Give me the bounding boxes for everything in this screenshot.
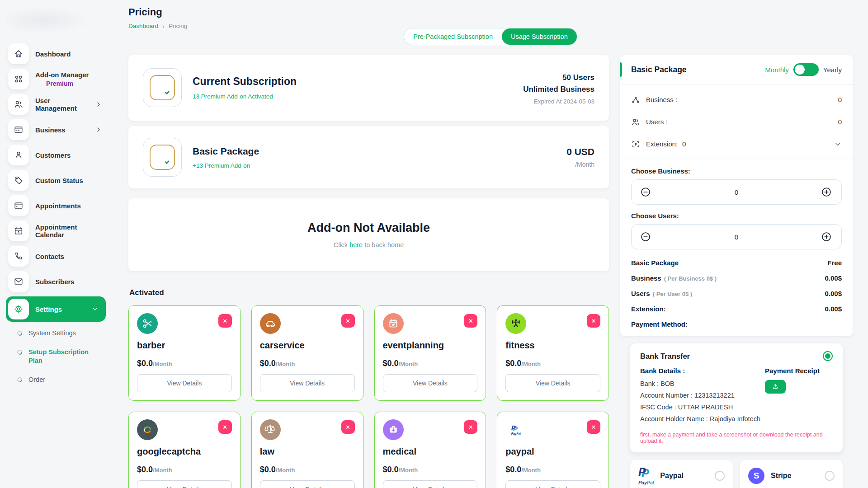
sidebar-item-tile bbox=[8, 221, 29, 241]
subscription-tabs-wrap: Pre-Packaged SubscriptionUsage Subscript… bbox=[128, 28, 853, 45]
remove-addon-button[interactable]: ✕ bbox=[218, 420, 232, 434]
team-icon bbox=[631, 117, 640, 127]
sidebar-item-label: Settings bbox=[35, 305, 62, 313]
eventplanning-icon bbox=[383, 313, 404, 334]
quantity-stepper: 0 bbox=[631, 224, 842, 249]
increment-button[interactable] bbox=[821, 230, 833, 243]
decrement-button[interactable] bbox=[640, 230, 652, 243]
gateway-stripe[interactable]: S Stripe bbox=[740, 460, 843, 488]
addon-name: medical bbox=[383, 446, 478, 457]
chooser-choose-business: Choose Business: 0 bbox=[631, 167, 842, 205]
bank-detail-line: Account Holder Name : Rajodiya Infotech bbox=[640, 414, 760, 424]
na-text-pre: Click bbox=[334, 241, 348, 249]
logo-placeholder bbox=[5, 6, 90, 34]
sidebar-subitem-order[interactable]: Order bbox=[17, 375, 128, 385]
sidebar-nav: Dashboard Add-on Manager Premium User Ma… bbox=[0, 43, 128, 322]
sidebar-item-customers[interactable]: Customers bbox=[8, 145, 106, 165]
stepper-value: 0 bbox=[735, 233, 738, 241]
addon-period: /Month bbox=[521, 467, 541, 474]
premium-addon-activated-link[interactable]: 13 Premium Add-on Activated bbox=[193, 93, 297, 100]
back-home-link[interactable]: here bbox=[349, 241, 363, 249]
addon-name: carservice bbox=[260, 340, 355, 351]
view-details-button[interactable]: View Details bbox=[505, 480, 600, 488]
limit-row-business[interactable]: Business : 0 bbox=[631, 89, 842, 111]
view-details-button[interactable]: View Details bbox=[137, 374, 232, 392]
pricing-main-column: Current Subscription 13 Premium Add-on A… bbox=[128, 55, 609, 488]
sidebar-item-add-on-manager[interactable]: Add-on Manager Premium bbox=[8, 69, 106, 89]
remove-addon-button[interactable]: ✕ bbox=[464, 420, 477, 434]
increment-button[interactable] bbox=[821, 186, 833, 198]
billing-toggle[interactable] bbox=[793, 63, 819, 76]
upload-receipt-button[interactable] bbox=[765, 380, 786, 394]
paypal-logo: PPPayPal bbox=[638, 466, 654, 485]
main-content: Pricing Dashboard › Pricing Pre-Packaged… bbox=[128, 0, 868, 488]
person-icon bbox=[14, 150, 24, 160]
medical-icon bbox=[383, 419, 404, 440]
view-details-button[interactable]: View Details bbox=[505, 374, 600, 392]
home-icon bbox=[14, 49, 24, 59]
remove-addon-button[interactable]: ✕ bbox=[587, 420, 600, 434]
premium-addon-link[interactable]: +13 Premium Add-on bbox=[193, 162, 259, 169]
summary-row-users: Users ( Per User 0$ ) 0.00$ bbox=[631, 290, 842, 297]
sidebar-item-appointment-calendar[interactable]: Appointment Calendar bbox=[8, 221, 106, 241]
remove-addon-button[interactable]: ✕ bbox=[587, 314, 600, 328]
sidebar-item-appointments[interactable]: Appointments bbox=[8, 195, 106, 216]
gateway-paypal[interactable]: PPPayPal Paypal bbox=[630, 460, 733, 488]
bank-details-label: Bank Details : bbox=[640, 367, 760, 375]
view-details-button[interactable]: View Details bbox=[137, 480, 232, 488]
gateway-radio[interactable] bbox=[825, 471, 835, 481]
addon-period: /Month bbox=[399, 361, 418, 367]
chevron-down-icon[interactable] bbox=[834, 140, 842, 148]
sidebar-subitem-system-settings[interactable]: System Settings bbox=[17, 329, 128, 338]
sidebar-item-custom-status[interactable]: Custom Status bbox=[8, 170, 106, 191]
activated-heading: Activated bbox=[129, 288, 609, 297]
sidebar-item-dashboard[interactable]: Dashboard bbox=[8, 43, 106, 64]
addon-card-fitness: ✕ fitness $0.0 /Month View Details bbox=[497, 305, 609, 401]
package-period: /Month bbox=[566, 161, 594, 168]
sidebar-item-settings[interactable]: Settings bbox=[6, 296, 106, 322]
view-details-button[interactable]: View Details bbox=[260, 480, 355, 488]
addon-period: /Month bbox=[521, 361, 541, 367]
page-title: Pricing bbox=[128, 6, 853, 18]
remove-addon-button[interactable]: ✕ bbox=[218, 314, 232, 328]
activated-addons-grid: ✕ barber $0.0 /Month View Details bbox=[128, 305, 609, 488]
paypal-icon: PPPayPal bbox=[505, 419, 526, 440]
barber-icon bbox=[137, 313, 158, 334]
mail-icon bbox=[14, 277, 24, 286]
decrement-button[interactable] bbox=[640, 186, 652, 198]
checkout-column: Basic Package Monthly Yearly Business : bbox=[620, 55, 853, 488]
quantity-stepper: 0 bbox=[631, 179, 842, 205]
sidebar-item-tile bbox=[8, 299, 29, 319]
addon-card-eventplanning: ✕ eventplanning $0.0 /Month View Details bbox=[374, 305, 486, 401]
addon-card-paypal: PPPayPal ✕ paypal $0.0 /Month View Detai… bbox=[497, 412, 609, 488]
sidebar-item-label: Appointments bbox=[35, 202, 81, 210]
remove-addon-button[interactable]: ✕ bbox=[341, 420, 355, 434]
sidebar-item-tile bbox=[8, 69, 29, 89]
chooser-choose-users: Choose Users: 0 bbox=[631, 212, 842, 249]
addon-card-law: ✕ law $0.0 /Month View Details bbox=[251, 412, 363, 488]
remove-addon-button[interactable]: ✕ bbox=[464, 314, 477, 328]
limit-row-users[interactable]: Users : 0 bbox=[631, 111, 842, 133]
view-details-button[interactable]: View Details bbox=[383, 374, 478, 392]
tab-usage-subscription[interactable]: Usage Subscription bbox=[502, 28, 577, 45]
addon-not-available-title: Add-on Not Available bbox=[137, 221, 600, 235]
summary-row-extension: Extension: 0.00$ bbox=[631, 305, 842, 313]
monthly-label[interactable]: Monthly bbox=[765, 66, 789, 74]
addon-name: barber bbox=[137, 340, 232, 351]
sidebar-item-contacts[interactable]: Contacts bbox=[8, 246, 106, 267]
sidebar-subitem-setup-subscription-plan[interactable]: Setup Subscription Plan bbox=[17, 348, 128, 366]
gateway-radio[interactable] bbox=[715, 471, 725, 481]
subscription-tabs: Pre-Packaged SubscriptionUsage Subscript… bbox=[404, 28, 577, 45]
view-details-button[interactable]: View Details bbox=[383, 480, 478, 488]
tab-pre-packaged-subscription[interactable]: Pre-Packaged Subscription bbox=[404, 28, 502, 45]
bank-transfer-radio[interactable] bbox=[823, 351, 833, 361]
sidebar-item-label: Dashboard bbox=[35, 50, 71, 58]
sidebar-item-business[interactable]: Business bbox=[8, 119, 106, 140]
view-details-button[interactable]: View Details bbox=[260, 374, 355, 392]
limit-row-extension[interactable]: Extension: 0 bbox=[631, 133, 842, 155]
sidebar-item-user-management[interactable]: User Management bbox=[8, 94, 106, 115]
remove-addon-button[interactable]: ✕ bbox=[341, 314, 355, 328]
sidebar-item-subscribers[interactable]: Subscribers bbox=[8, 271, 106, 292]
yearly-label[interactable]: Yearly bbox=[823, 66, 842, 74]
current-subscription-title: Current Subscription bbox=[193, 75, 297, 88]
